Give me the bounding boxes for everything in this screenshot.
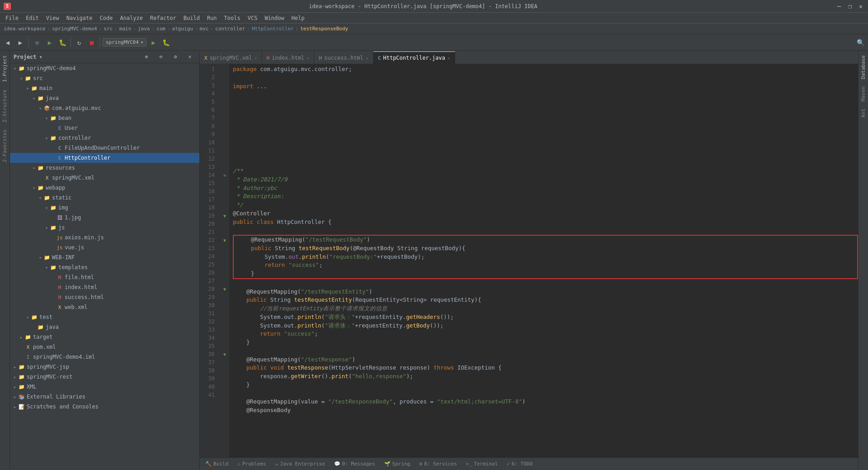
bc-workspace[interactable]: idea-workspace — [4, 26, 46, 32]
debug-button[interactable]: 🐛 — [57, 37, 68, 48]
build-button[interactable]: ⚒ — [31, 37, 43, 48]
forward-button[interactable]: ▶ — [14, 37, 26, 48]
menu-run[interactable]: Run — [203, 14, 221, 22]
stop-button[interactable]: ■ — [86, 37, 98, 48]
sidebar-settings[interactable]: ⚙ — [170, 51, 181, 63]
tree-item-controller[interactable]: ▾ 📁 controller — [10, 133, 199, 143]
tree-item-external-libs[interactable]: ▸ 📚 External Libraries — [10, 392, 199, 402]
panel-tab-project[interactable]: 1-Project — [1, 52, 9, 85]
tree-item-vuejs[interactable]: ▸ js vue.js — [10, 242, 199, 252]
tree-item-test-java[interactable]: ▸ 📁 java — [10, 322, 199, 332]
tree-item-java[interactable]: ▾ 📁 java — [10, 93, 199, 103]
panel-tab-favorites[interactable]: 2-Favorites — [1, 127, 9, 165]
menu-build[interactable]: Build — [180, 14, 203, 22]
tree-item-user[interactable]: ▸ C User — [10, 123, 199, 133]
back-button[interactable]: ◀ — [2, 37, 14, 48]
code-editor[interactable]: 1 2 3 4 5 6 7 8 9 10 11 12 13 14 15 16 1… — [200, 64, 858, 457]
tree-item-springmvcxml[interactable]: ▸ X springMVC.xml — [10, 173, 199, 183]
menu-file[interactable]: File — [2, 14, 22, 22]
tree-item-scratches[interactable]: ▸ 📝 Scratches and Consoles — [10, 402, 199, 412]
menu-navigate[interactable]: Navigate — [63, 14, 96, 22]
menu-refactor[interactable]: Refactor — [146, 14, 180, 22]
tree-item-main[interactable]: ▾ 📁 main — [10, 83, 199, 93]
bottom-tab-problems[interactable]: ⚠ Problems — [234, 459, 270, 470]
tree-item-filehtml[interactable]: ▸ H file.html — [10, 272, 199, 282]
menu-help[interactable]: Help — [288, 14, 308, 22]
bottom-tab-messages[interactable]: 💬 0: Messages — [330, 459, 379, 470]
bottom-tab-spring[interactable]: 🌱 Spring — [381, 459, 414, 470]
tree-item-xml[interactable]: ▸ 📁 XML — [10, 382, 199, 392]
search-everywhere-button[interactable]: 🔍 — [854, 37, 866, 48]
menu-tools[interactable]: Tools — [221, 14, 244, 22]
tab-successhtml[interactable]: H success.html ✕ — [314, 51, 373, 64]
bc-com[interactable]: com — [156, 26, 165, 32]
tree-item-static[interactable]: ▾ 📁 static — [10, 193, 199, 203]
menu-vcs[interactable]: VCS — [244, 14, 261, 22]
bottom-tab-build[interactable]: 🔨 Build — [202, 459, 232, 470]
tab-close-indexhtml[interactable]: ✕ — [307, 56, 309, 61]
tab-indexhtml[interactable]: H index.html ✕ — [262, 51, 315, 64]
tree-item-webxml[interactable]: ▸ X web.xml — [10, 302, 199, 312]
bottom-tab-todo[interactable]: ✓ 6: TODO — [503, 459, 536, 470]
panel-tab-ant[interactable]: Ant — [859, 106, 867, 120]
bc-mvc[interactable]: mvc — [200, 26, 209, 32]
sidebar-close[interactable]: ✕ — [184, 51, 196, 63]
menu-edit[interactable]: Edit — [22, 14, 42, 22]
tab-close-httpcontroller[interactable]: ✕ — [448, 56, 450, 61]
sidebar-expand-all[interactable]: ⊕ — [141, 51, 152, 63]
menu-window[interactable]: Window — [261, 14, 288, 22]
update-button[interactable]: ↻ — [73, 37, 85, 48]
code-content[interactable]: package com.atguigu.mvc.controller; impo… — [229, 64, 858, 457]
tree-item-springmvc-rest[interactable]: ▸ 📁 springMVC-rest — [10, 372, 199, 382]
bc-method[interactable]: testResponseBody — [300, 26, 348, 32]
tree-item-axios[interactable]: ▸ js axios.min.js — [10, 233, 199, 242]
bottom-tab-java-enterprise[interactable]: ☕ Java Enterprise — [272, 459, 329, 470]
tab-close-successhtml[interactable]: ✕ — [366, 56, 368, 61]
tree-item-js[interactable]: ▾ 📁 js — [10, 223, 199, 233]
tree-item-target[interactable]: ▸ 📁 target — [10, 332, 199, 342]
tree-item-iml[interactable]: ▸ I springMVC-demo4.iml — [10, 352, 199, 362]
bc-project[interactable]: springMVC-demo4 — [52, 26, 97, 32]
tree-item-springmvc-jsp[interactable]: ▸ 📁 springMVC-jsp — [10, 362, 199, 372]
close-button[interactable]: ✕ — [857, 3, 864, 10]
tree-item-1jpg[interactable]: ▸ 🖼 1.jpg — [10, 213, 199, 223]
tree-item-resources[interactable]: ▾ 📁 resources — [10, 163, 199, 173]
bottom-tab-services[interactable]: ⚙ 8: Services — [415, 459, 460, 470]
tree-item-successhtml[interactable]: ▸ H success.html — [10, 292, 199, 302]
tree-item-root[interactable]: ▾ 📁 springMVC-demo4 — [10, 63, 199, 73]
sidebar-collapse-all[interactable]: ⊖ — [155, 51, 167, 63]
tree-item-templates[interactable]: ▾ 📁 templates — [10, 262, 199, 272]
tree-item-webapp[interactable]: ▾ 📁 webapp — [10, 183, 199, 193]
panel-tab-maven[interactable]: Maven — [859, 84, 867, 104]
tree-item-indexhtml[interactable]: ▸ H index.html — [10, 282, 199, 292]
tree-item-package[interactable]: ▾ 📦 com.atguigu.mvc — [10, 103, 199, 113]
bc-src[interactable]: src — [104, 26, 113, 32]
tab-close-springmvcxml[interactable]: ✕ — [255, 56, 257, 61]
bc-java[interactable]: java — [138, 26, 150, 32]
menu-view[interactable]: View — [42, 14, 63, 22]
tree-item-webinf[interactable]: ▾ 📁 WEB-INF — [10, 252, 199, 262]
menu-analyze[interactable]: Analyze — [116, 14, 146, 22]
run-config-run[interactable]: ▶ — [147, 37, 159, 48]
bc-class[interactable]: HttpController — [252, 26, 294, 32]
panel-tab-structure[interactable]: Z-Structure — [1, 87, 9, 125]
menu-code[interactable]: Code — [96, 14, 117, 22]
maximize-button[interactable]: ❐ — [846, 3, 854, 10]
bottom-tab-terminal[interactable]: >_ Terminal — [462, 459, 501, 470]
tree-item-pomxml[interactable]: ▸ X pom.xml — [10, 342, 199, 352]
run-config-debug[interactable]: 🐛 — [160, 37, 172, 48]
tree-item-bean[interactable]: ▾ 📁 bean — [10, 113, 199, 123]
tree-item-test[interactable]: ▾ 📁 test — [10, 312, 199, 322]
run-config-dropdown[interactable]: springMVC04 ▾ — [103, 38, 146, 47]
bc-controller[interactable]: controller — [215, 26, 245, 32]
tab-springmvcxml[interactable]: X springMVC.xml ✕ — [200, 51, 262, 64]
tree-item-img[interactable]: ▾ 📁 img — [10, 203, 199, 213]
tab-httpcontroller[interactable]: C HttpController.java ✕ — [373, 51, 455, 64]
tree-item-src[interactable]: ▾ 📁 src — [10, 73, 199, 83]
run-button[interactable]: ▶ — [44, 37, 56, 48]
tree-item-fileupdown[interactable]: ▸ C FileUpAndDownController — [10, 143, 199, 153]
panel-tab-database[interactable]: Database — [859, 52, 867, 82]
bc-atguigu[interactable]: atguigu — [172, 26, 193, 32]
minimize-button[interactable]: ─ — [835, 3, 843, 10]
bc-main[interactable]: main — [119, 26, 132, 32]
